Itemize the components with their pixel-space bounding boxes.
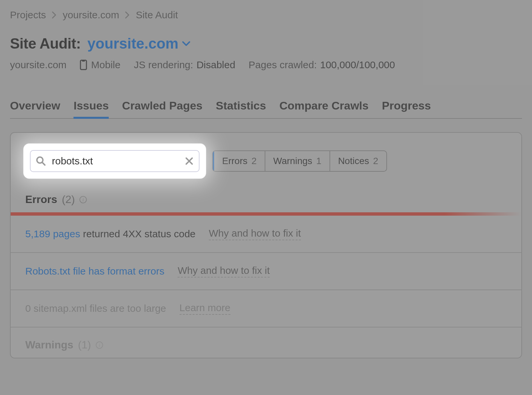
filter-notices-count: 2 [373,156,378,166]
section-errors-name: Errors [25,193,57,206]
fix-link[interactable]: Why and how to fix it [178,265,270,278]
filter-errors-label: Errors [222,156,247,166]
issue-link[interactable]: Robots.txt file has format errors [25,266,164,277]
filter-notices-label: Notices [338,156,369,166]
breadcrumb-item-audit[interactable]: Site Audit [136,9,178,21]
clear-button[interactable] [185,157,194,165]
domain-dropdown[interactable]: yoursite.com [87,35,191,52]
filter-warnings-label: Warnings [273,156,312,166]
page-title: Site Audit: [10,35,81,52]
issue-text: 0 sitemap.xml files are too large [25,303,166,314]
fix-link[interactable]: Learn more [180,302,230,315]
section-warnings-head: Warnings (1) i [11,327,521,358]
chevron-right-icon [52,11,57,19]
meta-crawled-label: Pages crawled: [249,59,317,71]
search-icon [36,156,46,166]
issue-text: Robots.txt file has format errors [25,266,164,277]
tab-compare-crawls[interactable]: Compare Crawls [279,99,368,118]
meta-domain: yoursite.com [10,59,66,71]
issue-row[interactable]: Robots.txt file has format errors Why an… [11,253,521,290]
fix-link[interactable]: Why and how to fix it [209,228,301,240]
tab-statistics[interactable]: Statistics [216,99,266,118]
svg-text:i: i [82,197,84,202]
issues-card: Errors 2 Warnings 1 Notices 2 Errors (2)… [10,132,522,358]
section-errors-count: (2) [62,193,75,206]
filter-warnings[interactable]: Warnings 1 [265,151,330,171]
search-input-wrap [30,150,200,172]
filter-warnings-count: 1 [316,156,322,166]
errors-severity-bar [11,212,521,216]
section-warnings-name: Warnings [25,339,73,351]
breadcrumb-item-projects[interactable]: Projects [10,9,46,21]
meta-js-value: Disabled [197,59,235,71]
issue-text: 5,189 pages returned 4XX status code [25,228,196,240]
tab-overview[interactable]: Overview [10,99,60,118]
search-highlight [24,144,205,178]
info-icon[interactable]: i [79,196,87,203]
chevron-down-icon [182,41,191,46]
issue-row[interactable]: 0 sitemap.xml files are too large Learn … [11,290,521,327]
close-icon [185,157,194,165]
filter-errors-count: 2 [251,156,257,166]
pages-link[interactable]: 5,189 pages [25,228,80,239]
issue-tail: returned 4XX status code [80,228,196,239]
breadcrumb-item-site[interactable]: yoursite.com [63,9,119,21]
svg-rect-1 [82,61,85,62]
mobile-icon [80,60,87,70]
meta-js-label: JS rendering: [134,59,193,71]
meta-device: Mobile [91,59,120,71]
tab-crawled-pages[interactable]: Crawled Pages [122,99,202,118]
meta-bar: yoursite.com Mobile JS rendering: Disabl… [10,59,522,71]
chevron-right-icon [125,11,130,19]
filter-chips: Errors 2 Warnings 1 Notices 2 [212,150,387,172]
tab-progress[interactable]: Progress [382,99,431,118]
filter-errors[interactable]: Errors 2 [213,151,265,171]
meta-crawled-value: 100,000/100,000 [320,59,395,71]
tab-issues[interactable]: Issues [73,99,109,118]
breadcrumb: Projects yoursite.com Site Audit [10,9,522,21]
svg-line-3 [42,162,45,165]
info-icon[interactable]: i [96,341,103,349]
tabs: Overview Issues Crawled Pages Statistics… [10,99,522,119]
svg-rect-0 [80,60,86,70]
issue-row[interactable]: 5,189 pages returned 4XX status code Why… [11,216,521,253]
domain-name: yoursite.com [87,35,179,52]
section-errors-head: Errors (2) i [11,186,521,212]
section-warnings-count: (1) [78,339,91,351]
svg-text:i: i [99,343,100,348]
search-input[interactable] [51,155,185,167]
filter-notices[interactable]: Notices 2 [330,151,386,171]
